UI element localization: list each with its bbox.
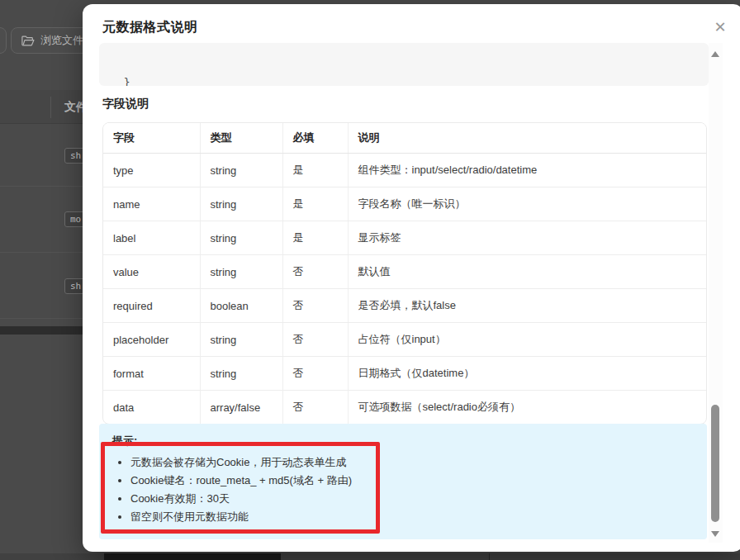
table-row: dataarray/false否可选项数据（select/radio必须有） [103, 391, 706, 425]
metadata-format-modal: 元数据格式说明 ✕ } ] 字段说明 字段 类型 必填 说明 typestrin… [83, 4, 740, 552]
background-row-divider [0, 252, 84, 253]
table-cell: 否 [282, 391, 348, 425]
code-block: } ] [99, 43, 709, 86]
background-bottom-bar-segment [104, 553, 281, 560]
table-header-row: 字段 类型 必填 说明 [103, 123, 706, 154]
table-cell: placeholder [103, 323, 200, 357]
scrollbar-thumb[interactable] [711, 405, 719, 522]
table-cell: 否 [282, 357, 348, 391]
background-table-header: 文件 [0, 90, 84, 124]
table-cell: 组件类型：input/select/radio/datetime [348, 154, 706, 187]
table-cell: label [103, 221, 200, 255]
column-header-description: 说明 [348, 123, 706, 154]
table-cell: 显示标签 [348, 221, 706, 255]
table-row: labelstring是显示标签 [103, 221, 706, 255]
tip-item: Cookie有效期：30天 [130, 492, 694, 505]
table-row: requiredboolean否是否必填，默认false [103, 289, 706, 323]
browse-files-label: 浏览文件 [40, 33, 83, 48]
table-cell: boolean [200, 289, 282, 323]
modal-scrollbar[interactable] [709, 43, 723, 543]
tip-list: 元数据会被存储为Cookie，用于动态表单生成Cookie键名：route_me… [112, 456, 694, 523]
table-cell: 是 [282, 187, 348, 221]
close-icon: ✕ [714, 19, 726, 36]
table-cell: string [200, 154, 282, 187]
table-cell: type [103, 154, 200, 187]
section-title-field-description: 字段说明 [102, 97, 149, 112]
close-button[interactable]: ✕ [709, 16, 732, 39]
column-header-required: 必填 [282, 123, 348, 154]
table-cell: 否 [282, 323, 348, 357]
table-cell: name [103, 187, 200, 221]
background-section-divider [0, 326, 84, 335]
code-line: } [111, 74, 697, 86]
table-cell: 否 [282, 255, 348, 289]
tip-box: 提示: 元数据会被存储为Cookie，用于动态表单生成Cookie键名：rout… [99, 424, 707, 539]
table-cell: 日期格式（仅datetime） [348, 357, 706, 391]
column-header-field: 字段 [103, 123, 200, 154]
field-spec-table: 字段 类型 必填 说明 typestring是组件类型：input/select… [102, 122, 707, 425]
tip-item: 元数据会被存储为Cookie，用于动态表单生成 [130, 456, 694, 468]
table-row: placeholderstring否占位符（仅input） [103, 323, 706, 357]
table-cell: value [103, 255, 200, 289]
table-cell: data [103, 391, 200, 425]
table-cell: 是 [282, 221, 348, 255]
table-cell: string [200, 221, 282, 255]
table-cell: 默认值 [348, 255, 706, 289]
modal-title: 元数据格式说明 [102, 19, 198, 36]
table-cell: string [200, 323, 282, 357]
table-row: namestring是字段名称（唯一标识） [103, 187, 706, 221]
table-cell: 是 [282, 154, 348, 187]
table-cell: 是否必填，默认false [348, 289, 706, 323]
tip-item: Cookie键名：route_meta_ + md5(域名 + 路由) [130, 474, 694, 486]
table-cell: array/false [200, 391, 282, 425]
folder-icon [21, 36, 35, 46]
table-cell: 否 [282, 289, 348, 323]
background-button-fragment [0, 27, 7, 54]
tip-title: 提示: [112, 434, 694, 448]
tip-item: 留空则不使用元数据功能 [130, 510, 694, 523]
scroll-down-icon[interactable] [711, 531, 719, 537]
table-cell: string [200, 187, 282, 221]
table-row: typestring是组件类型：input/select/radio/datet… [103, 154, 706, 187]
column-header-type: 类型 [200, 123, 282, 154]
background-row-divider [0, 318, 84, 319]
table-cell: 字段名称（唯一标识） [348, 187, 706, 221]
table-cell: string [200, 255, 282, 289]
table-cell: format [103, 357, 200, 391]
spec-table-body: typestring是组件类型：input/select/radio/datet… [103, 154, 706, 425]
table-cell: 占位符（仅input） [348, 323, 706, 357]
background-bottom-bar-divider [489, 553, 490, 560]
table-row: formatstring否日期格式（仅datetime） [103, 357, 706, 391]
table-row: valuestring否默认值 [103, 255, 706, 289]
table-cell: required [103, 289, 200, 323]
table-cell: string [200, 357, 282, 391]
scroll-up-icon[interactable] [711, 51, 719, 57]
table-cell: 可选项数据（select/radio必须有） [348, 391, 706, 425]
background-column-divider [50, 97, 51, 118]
background-row-divider [0, 186, 84, 187]
